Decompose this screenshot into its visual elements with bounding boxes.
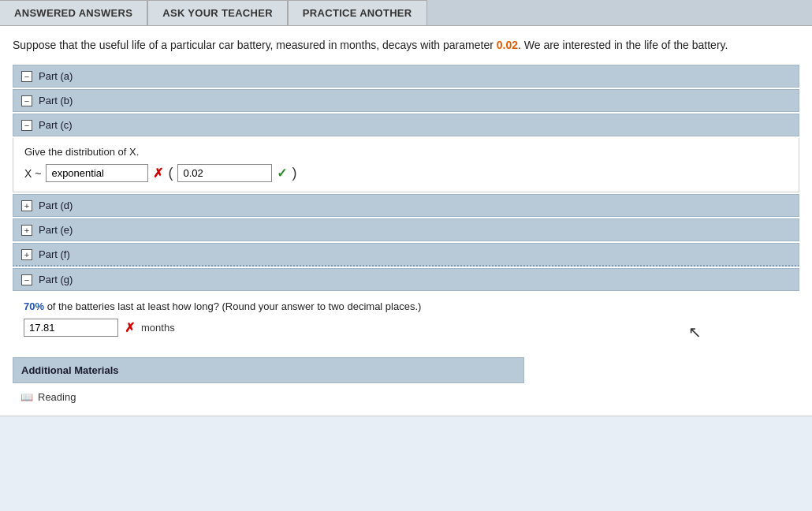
left-paren: (: [168, 165, 173, 181]
problem-text-after: . We are interested in the life of the b…: [518, 39, 728, 51]
ask-teacher-button[interactable]: ASK YOUR TEACHER: [147, 0, 288, 25]
part-g-content: 70% of the batteries last at least how l…: [13, 293, 799, 346]
percent-question: 70% of the batteries last at least how l…: [24, 300, 788, 312]
part-a-toggle: −: [21, 71, 32, 82]
part-g-toggle: −: [21, 274, 32, 285]
part-f-label: Part (f): [39, 248, 70, 260]
distribution-row: X ~ ✗ ( ✓ ): [24, 164, 788, 182]
additional-materials-header[interactable]: Additional Materials: [13, 357, 524, 383]
reading-label: Reading: [38, 391, 76, 403]
part-c-toggle: −: [21, 120, 32, 131]
part-b-row[interactable]: − Part (b): [13, 89, 799, 112]
part-c-row[interactable]: − Part (c): [13, 114, 799, 136]
question-rest: of the batteries last at least how long?…: [44, 300, 421, 312]
part-d-label: Part (d): [39, 200, 73, 211]
x-tilde-label: X ~: [24, 167, 41, 180]
part-d-row[interactable]: + Part (d): [13, 194, 799, 217]
part-e-toggle: +: [21, 225, 32, 236]
answered-answers-button[interactable]: ANSWERED ANSWERS: [0, 0, 147, 25]
answer-row: ✗ months: [24, 319, 788, 337]
part-c-label: Part (c): [39, 119, 73, 131]
part-a-row[interactable]: − Part (a): [13, 65, 799, 88]
units-label: months: [141, 322, 175, 334]
part-g-row[interactable]: − Part (g): [13, 268, 799, 291]
part-g-label: Part (g): [39, 274, 73, 285]
param-check-mark: ✓: [277, 166, 287, 181]
problem-param: 0.02: [497, 39, 518, 51]
reading-link[interactable]: 📖 Reading: [13, 386, 799, 408]
percent-value: 70%: [24, 300, 44, 312]
right-paren: ): [292, 165, 296, 181]
part-c-content: Give the distribution of X. X ~ ✗ ( ✓ ): [13, 138, 799, 192]
problem-text-before: Suppose that the useful life of a partic…: [13, 39, 497, 51]
answer-input[interactable]: [24, 319, 118, 337]
part-e-row[interactable]: + Part (e): [13, 218, 799, 241]
distribution-instruction: Give the distribution of X.: [24, 146, 788, 158]
main-content: Suppose that the useful life of a partic…: [0, 26, 812, 416]
part-b-toggle: −: [21, 95, 32, 106]
part-f-toggle: +: [21, 249, 32, 260]
part-d-toggle: +: [21, 200, 32, 211]
distribution-input[interactable]: [46, 164, 148, 182]
top-bar: ANSWERED ANSWERS ASK YOUR TEACHER PRACTI…: [0, 0, 812, 26]
param-input[interactable]: [177, 164, 272, 182]
answer-x-mark: ✗: [125, 320, 135, 335]
practice-another-button[interactable]: PRACTICE ANOTHER: [288, 0, 427, 25]
problem-text: Suppose that the useful life of a partic…: [13, 37, 799, 54]
distribution-x-mark: ✗: [153, 166, 163, 181]
part-b-label: Part (b): [39, 95, 73, 106]
part-e-label: Part (e): [39, 224, 73, 236]
part-f-row[interactable]: + Part (f): [13, 243, 799, 267]
part-a-label: Part (a): [39, 70, 73, 82]
book-icon: 📖: [20, 391, 33, 403]
